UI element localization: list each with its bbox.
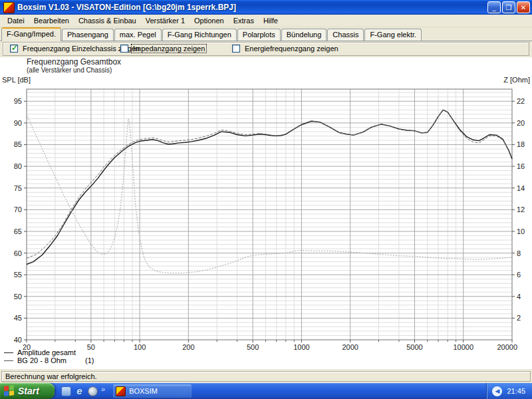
svg-text:60: 60: [14, 249, 22, 257]
svg-text:100: 100: [134, 343, 146, 351]
svg-text:40: 40: [14, 336, 22, 344]
title-bar: Boxsim V1.03 - VISATON-Edition [G:\bg20j…: [0, 0, 532, 15]
chart-legend: Amplitude gesamtBG 20 - 8 Ohm(1): [4, 348, 94, 364]
svg-text:80: 80: [14, 162, 22, 170]
svg-text:75: 75: [14, 184, 22, 192]
tab-polarplots[interactable]: Polarplots: [237, 29, 281, 41]
svg-text:65: 65: [14, 227, 22, 235]
legend-suffix: (1): [85, 356, 94, 364]
svg-text:95: 95: [14, 97, 22, 105]
svg-text:8: 8: [517, 249, 521, 257]
tab-max-pegel[interactable]: max. Pegel: [114, 29, 162, 41]
svg-text:22: 22: [517, 97, 525, 105]
taskbar: Start e » BOXSIM ◀ 21:45: [0, 383, 532, 399]
window-title: Boxsim V1.03 - VISATON-Edition [G:\bg20j…: [17, 3, 486, 12]
svg-text:20000: 20000: [497, 343, 517, 351]
quick-launch-bar: e »: [61, 383, 108, 399]
svg-text:14: 14: [517, 184, 525, 192]
menu-item-verst-rker-1[interactable]: Verstärker 1: [141, 15, 190, 26]
svg-text:2: 2: [517, 314, 521, 322]
checkbox-label[interactable]: Energiefrequenzgang zeigen: [243, 45, 340, 53]
checkbox-checked[interactable]: ✓: [10, 45, 18, 53]
taskbar-task-boxsim[interactable]: BOXSIM: [113, 384, 192, 398]
internet-explorer-icon[interactable]: e: [74, 386, 84, 396]
status-bar: Berechnung war erfolgreich.: [0, 368, 532, 383]
status-text: Berechnung war erfolgreich.: [5, 372, 97, 380]
checkbox-unchecked[interactable]: ✓: [232, 45, 240, 53]
checkbox-label[interactable]: Impedanzgang zeigen: [132, 45, 206, 53]
menu-item-datei[interactable]: Datei: [3, 15, 29, 26]
svg-text:6: 6: [517, 271, 521, 279]
frequency-response-chart: 4045505560657075808590952468101214161820…: [0, 57, 532, 368]
windows-flag-icon: [4, 385, 15, 397]
close-button[interactable]: ✕: [517, 1, 530, 13]
menu-item-optionen[interactable]: Optionen: [190, 15, 229, 26]
checkbox-unchecked[interactable]: ✓: [120, 45, 128, 53]
svg-text:45: 45: [14, 314, 22, 322]
svg-text:12: 12: [517, 205, 525, 213]
search-icon[interactable]: [88, 386, 98, 396]
svg-text:5000: 5000: [406, 343, 422, 351]
menu-item-bearbeiten[interactable]: Bearbeiten: [29, 15, 74, 26]
legend-entry: Amplitude gesamt: [4, 348, 94, 356]
tab-f-gang-imped-[interactable]: F-Gang/Imped.: [1, 27, 61, 41]
svg-text:10: 10: [517, 227, 525, 235]
options-panel: ✓Frequenzgang Einzelchassis zeigen✓Imped…: [3, 42, 529, 56]
legend-label: BG 20 - 8 Ohm: [17, 356, 66, 364]
legend-line-sample: [4, 360, 13, 361]
svg-text:500: 500: [247, 343, 259, 351]
legend-label: Amplitude gesamt: [17, 348, 76, 356]
start-button[interactable]: Start: [0, 383, 55, 399]
menu-item-chassis-einbau[interactable]: Chassis & Einbau: [74, 15, 141, 26]
svg-text:4: 4: [517, 293, 521, 301]
svg-text:2000: 2000: [342, 343, 358, 351]
tray-chevron-icon[interactable]: ◀: [492, 386, 502, 396]
chevron-overflow-icon[interactable]: »: [101, 385, 105, 393]
tab-chassis[interactable]: Chassis: [327, 29, 364, 41]
tab-f-gang-elektr-[interactable]: F-Gang elektr.: [364, 29, 422, 41]
taskbar-clock: 21:45: [507, 387, 525, 395]
svg-text:50: 50: [14, 293, 22, 301]
show-desktop-icon[interactable]: [61, 386, 71, 396]
app-icon: [3, 2, 15, 13]
legend-line-sample: [4, 352, 13, 353]
checkmark-icon: ✓: [11, 43, 18, 53]
menu-item-extras[interactable]: Extras: [229, 15, 259, 26]
boxsim-task-icon: [116, 386, 126, 396]
svg-text:200: 200: [182, 343, 194, 351]
tab-f-gang-richtungen[interactable]: F-Gang Richtungen: [162, 29, 237, 41]
svg-text:85: 85: [14, 140, 22, 148]
svg-text:10000: 10000: [453, 343, 473, 351]
start-button-label: Start: [18, 386, 39, 396]
application-window: Boxsim V1.03 - VISATON-Edition [G:\bg20j…: [0, 0, 532, 399]
svg-text:55: 55: [14, 271, 22, 279]
tab-bar: F-Gang/Imped.Phasengangmax. PegelF-Gang …: [0, 27, 532, 41]
checkbox-group: ✓Impedanzgang zeigen: [120, 45, 206, 53]
task-label: BOXSIM: [129, 387, 158, 395]
menu-item-hilfe[interactable]: Hilfe: [259, 15, 283, 26]
legend-entry: BG 20 - 8 Ohm(1): [4, 356, 94, 364]
restore-button[interactable]: ❐: [502, 1, 515, 13]
svg-text:90: 90: [14, 119, 22, 127]
checkbox-group: ✓Energiefrequenzgang zeigen: [232, 45, 340, 53]
svg-text:20: 20: [517, 119, 525, 127]
svg-text:16: 16: [517, 162, 525, 170]
system-tray: ◀ 21:45: [486, 383, 532, 399]
menu-bar: DateiBearbeitenChassis & EinbauVerstärke…: [0, 15, 532, 27]
svg-text:1000: 1000: [293, 343, 309, 351]
tab-phasengang[interactable]: Phasengang: [62, 29, 114, 41]
svg-text:70: 70: [14, 205, 22, 213]
tab-b-ndelung[interactable]: Bündelung: [281, 29, 327, 41]
svg-text:18: 18: [517, 140, 525, 148]
minimize-button[interactable]: _: [487, 1, 501, 13]
chart-panel: Frequenzgang Gesamtbox (alle Verstärker …: [0, 57, 532, 368]
